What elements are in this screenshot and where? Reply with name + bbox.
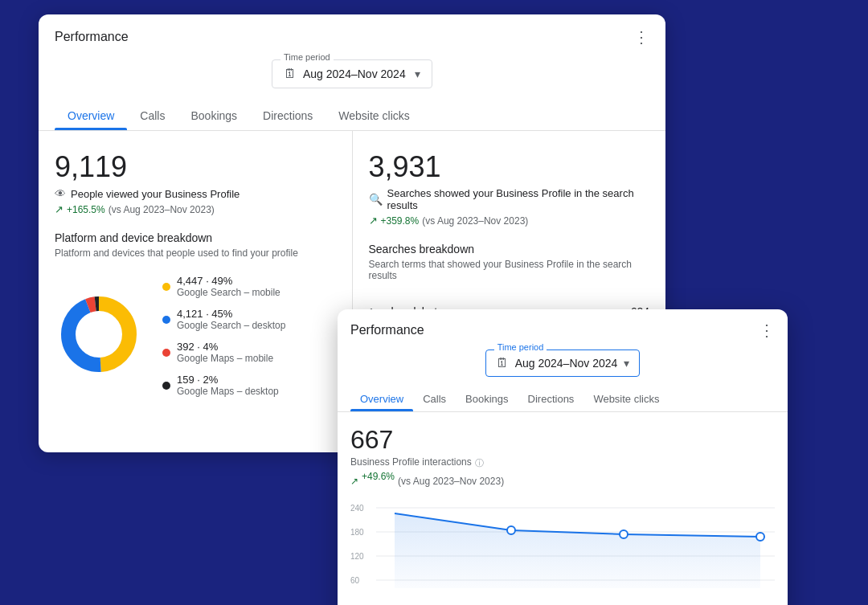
chart-point-oct [620,530,628,538]
trend-up-icon: ↗ [55,203,63,215]
tab-bookings[interactable]: Bookings [178,101,250,130]
left-panel: 9,119 👁 People viewed your Business Prof… [39,131,353,452]
platform-section-subtitle: Platform and devices that people used to… [55,247,336,259]
svg-text:120: 120 [350,552,364,561]
views-change-value: +165.5% [67,204,105,215]
eye-icon: 👁 [55,187,66,200]
searches-metric-number: 3,931 [369,150,650,184]
views-metric-number: 9,119 [55,150,336,184]
tab-websiteclicks[interactable]: Website clicks [326,101,422,130]
donut-legend: 4,447 · 49% Google Search – mobile 4,121… [162,275,285,397]
line-chart-svg: 240 180 120 60 [350,500,775,604]
svg-text:240: 240 [350,504,364,513]
second-tab-calls[interactable]: Calls [413,386,456,411]
time-period-value: Aug 2024–Nov 2024 [303,67,408,80]
svg-text:180: 180 [350,528,364,537]
legend-sub-1: Google Search – desktop [177,320,285,331]
dropdown-arrow-icon: ▾ [415,67,420,80]
chart-point-sept [507,526,515,534]
searches-metric-change: ↗ +359.8% (vs Aug 2023–Nov 2023) [369,215,650,227]
search-icon: 🔍 [369,193,383,206]
second-time-period-value: Aug 2024–Nov 2024 [515,357,618,370]
chart-trend-icon: ↗ [350,476,358,487]
second-time-period-selector[interactable]: Time period 🗓 Aug 2024–Nov 2024 ▾ [485,350,641,377]
views-description-text: People viewed your Business Profile [71,188,240,200]
legend-sub-3: Google Maps – desktop [177,386,279,397]
chart-container: 240 180 120 60 [350,500,775,605]
views-metric-change: ↗ +165.5% (vs Aug 2023–Nov 2023) [55,203,336,215]
second-time-period-wrapper: Time period 🗓 Aug 2024–Nov 2024 ▾ [338,345,788,386]
interactions-metric-number: 667 [350,425,775,455]
donut-section: 4,447 · 49% Google Search – mobile 4,121… [55,275,336,397]
main-card-title: Performance [55,30,129,44]
legend-item-google-search-mobile: 4,447 · 49% Google Search – mobile [162,275,285,298]
searches-description-text: Searches showed your Business Profile in… [387,187,650,211]
svg-text:60: 60 [350,576,360,585]
legend-dot-red [162,349,170,357]
second-more-options-icon[interactable]: ⋮ [759,321,775,340]
legend-dot-blue [162,316,170,324]
searches-breakdown-subtitle: Search terms that showed your Business P… [369,259,650,281]
interactions-change-period: (vs Aug 2023–Nov 2023) [398,476,504,487]
second-tabs: Overview Calls Bookings Directions Websi… [338,386,788,412]
legend-label-1: 4,121 · 45% [177,308,285,320]
tab-overview[interactable]: Overview [55,101,127,130]
tab-calls[interactable]: Calls [127,101,178,130]
second-tab-directions[interactable]: Directions [518,386,584,411]
legend-label-0: 4,447 · 49% [177,275,280,287]
searches-breakdown-title: Searches breakdown [369,243,650,255]
interactions-change-value: +49.6% [362,471,395,482]
interactions-metric-desc: Business Profile interactions [350,456,472,468]
searches-change-value: +359.8% [381,215,420,227]
main-tabs: Overview Calls Bookings Directions Websi… [39,101,665,131]
legend-sub-2: Google Maps – mobile [177,353,273,364]
legend-dot-yellow [162,283,170,291]
calendar-icon: 🗓 [284,67,297,81]
tab-directions[interactable]: Directions [250,101,326,130]
second-time-period-label: Time period [494,342,547,352]
views-change-period: (vs Aug 2023–Nov 2023) [108,204,215,215]
chart-area: 667 Business Profile interactions ⓘ ↗ +4… [338,412,788,605]
info-icon: ⓘ [475,457,484,469]
more-options-icon[interactable]: ⋮ [633,27,649,47]
platform-section-title: Platform and device breakdown [55,231,336,244]
searches-metric-description: 🔍 Searches showed your Business Profile … [369,187,650,211]
views-metric-description: 👁 People viewed your Business Profile [55,187,336,200]
legend-item-google-search-desktop: 4,121 · 45% Google Search – desktop [162,308,285,331]
time-period-wrapper: Time period 🗓 Aug 2024–Nov 2024 ▾ [39,53,665,101]
time-period-selector[interactable]: Time period 🗓 Aug 2024–Nov 2024 ▾ [272,59,432,88]
second-card-title: Performance [350,323,424,337]
second-tab-overview[interactable]: Overview [350,386,413,411]
second-tab-bookings[interactable]: Bookings [456,386,518,411]
main-card-header: Performance ⋮ [39,14,665,53]
second-tab-websiteclicks[interactable]: Website clicks [583,386,669,411]
searches-trend-icon: ↗ [369,215,378,227]
time-period-label: Time period [280,52,334,62]
second-calendar-icon: 🗓 [496,356,509,370]
second-dropdown-arrow-icon: ▾ [624,357,629,370]
legend-dot-dark [162,382,170,390]
second-card-header: Performance ⋮ [338,309,788,345]
legend-label-2: 392 · 4% [177,341,273,353]
legend-label-3: 159 · 2% [177,374,279,386]
legend-item-google-maps-mobile: 392 · 4% Google Maps – mobile [162,341,285,364]
legend-sub-0: Google Search – mobile [177,287,280,298]
chart-point-nov [756,533,764,541]
second-performance-card: Performance ⋮ Time period 🗓 Aug 2024–Nov… [338,309,788,605]
searches-change-period: (vs Aug 2023–Nov 2023) [422,215,528,227]
donut-chart [55,290,143,382]
legend-item-google-maps-desktop: 159 · 2% Google Maps – desktop [162,374,285,397]
